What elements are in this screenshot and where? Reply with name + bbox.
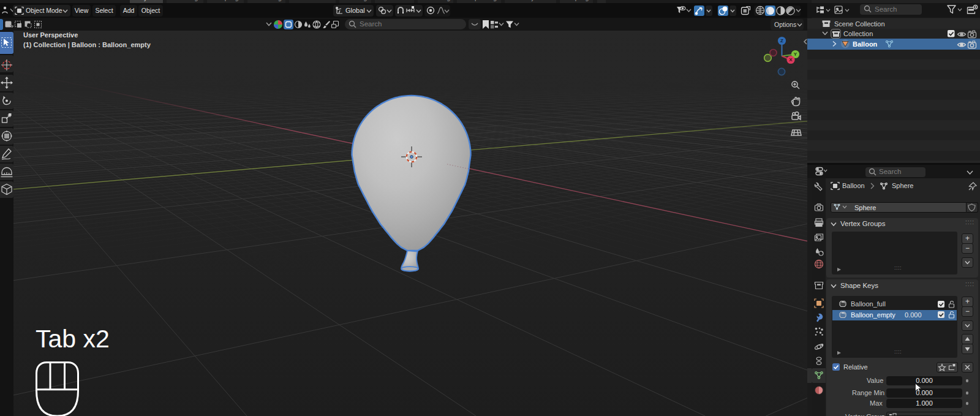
svg-text:Z: Z [780,38,783,43]
svg-text:Y: Y [794,51,797,57]
svg-text:X: X [789,57,793,62]
